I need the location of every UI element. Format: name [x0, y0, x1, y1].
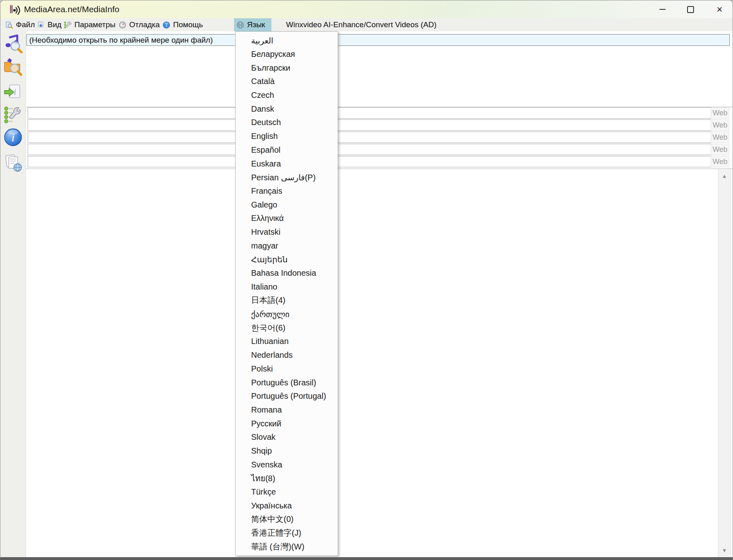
- wrench-list-icon: [64, 21, 72, 29]
- info-field-4[interactable]: [28, 144, 712, 155]
- menu-file-label: Файл: [16, 20, 35, 29]
- language-menu: العربيةБеларускаяБългарскиCatalàCzechDan…: [235, 31, 338, 556]
- menu-winxvideo-ad[interactable]: Winxvideo AI-Enhance/Convert Videos (AD): [284, 18, 439, 31]
- menu-help[interactable]: i Помощь: [160, 18, 205, 31]
- menu-file[interactable]: Файл: [3, 18, 37, 31]
- preferences-icon: [3, 105, 23, 125]
- language-menu-item[interactable]: Galego: [236, 198, 338, 212]
- web-button-4[interactable]: Web: [711, 144, 729, 155]
- toolbar: i: [0, 31, 26, 558]
- language-menu-item[interactable]: Polski: [236, 362, 338, 376]
- language-menu-item[interactable]: Lithuanian: [236, 335, 338, 348]
- language-menu-item[interactable]: Español: [236, 143, 338, 157]
- language-menu-item[interactable]: Slovak: [236, 430, 338, 444]
- language-menu-item[interactable]: Català: [236, 75, 338, 89]
- language-menu-item[interactable]: Ελληνικά: [236, 212, 338, 225]
- svg-text:i: i: [166, 22, 167, 28]
- language-menu-item[interactable]: Bahasa Indonesia: [236, 266, 338, 280]
- info-circle-icon: i: [163, 21, 170, 29]
- language-menu-item[interactable]: Беларуская: [236, 48, 338, 61]
- language-menu-item[interactable]: 香港正體字(J): [236, 526, 338, 540]
- info-panel: [26, 169, 733, 557]
- svg-text:i: i: [11, 131, 15, 144]
- web-button-2[interactable]: Web: [711, 119, 729, 131]
- info-field-5[interactable]: [28, 156, 712, 167]
- language-menu-item[interactable]: Українська: [236, 499, 338, 512]
- language-menu-item[interactable]: Deutsch: [236, 116, 338, 130]
- info-field-2[interactable]: [28, 119, 712, 131]
- preferences-button[interactable]: [3, 105, 23, 125]
- language-menu-item[interactable]: Persian فارسی(P): [236, 171, 338, 184]
- language-menu-item[interactable]: Български: [236, 61, 338, 75]
- language-menu-item[interactable]: English: [236, 130, 338, 143]
- minimize-button[interactable]: [654, 2, 671, 16]
- globe-icon: [236, 21, 244, 29]
- web-button-1[interactable]: Web: [711, 107, 729, 119]
- export-info-button[interactable]: i: [3, 82, 23, 102]
- language-menu-item[interactable]: 한국어(6): [236, 321, 338, 335]
- menu-view[interactable]: Вид: [35, 18, 64, 31]
- view-icon: [37, 21, 45, 29]
- web-button-3[interactable]: Web: [711, 132, 729, 143]
- language-menu-item[interactable]: Italiano: [236, 280, 338, 294]
- maximize-icon: [687, 6, 694, 13]
- open-folder-button[interactable]: [3, 56, 23, 76]
- close-button[interactable]: ✕: [711, 2, 728, 16]
- language-menu-item[interactable]: Romana: [236, 403, 338, 417]
- window-title: MediaArea.net/MediaInfo: [24, 0, 119, 18]
- about-icon: i: [3, 128, 23, 147]
- language-menu-item[interactable]: Português (Portugal): [236, 389, 338, 403]
- mediainfo-window: MediaArea.net/MediaInfo ✕ Файл Вид Парам…: [0, 0, 733, 560]
- vertical-scrollbar[interactable]: ▲ ▼: [718, 169, 731, 557]
- menu-options-label: Параметры: [74, 20, 115, 29]
- language-menu-item[interactable]: Shqip: [236, 444, 338, 458]
- info-field-3[interactable]: [28, 132, 712, 143]
- language-menu-item[interactable]: Euskara: [236, 157, 338, 171]
- language-menu-item[interactable]: Русский: [236, 417, 338, 430]
- language-menu-item[interactable]: Հայերեն: [236, 253, 338, 266]
- language-menu-item[interactable]: Français: [236, 184, 338, 198]
- about-button[interactable]: i: [3, 128, 23, 147]
- language-menu-item[interactable]: 日本語(4): [236, 294, 338, 307]
- language-menu-item[interactable]: Nederlands: [236, 348, 338, 362]
- content-area: (Необходимо открыть по крайней мере один…: [26, 31, 733, 557]
- web-report-icon: [3, 153, 23, 173]
- web-report-button[interactable]: [3, 153, 23, 173]
- language-menu-item[interactable]: Türkçe: [236, 485, 338, 499]
- info-field-1[interactable]: [28, 107, 712, 119]
- open-file-icon: [3, 34, 23, 53]
- web-button-5[interactable]: Web: [711, 156, 729, 167]
- menu-options[interactable]: Параметры: [61, 18, 118, 31]
- language-menu-item[interactable]: 简体中文(0): [236, 512, 338, 526]
- menu-language[interactable]: Язык: [234, 18, 271, 31]
- open-folder-icon: [3, 56, 23, 76]
- gauge-icon: [119, 21, 126, 29]
- menu-language-label: Язык: [247, 20, 265, 29]
- file-search-icon: [5, 21, 13, 29]
- menu-debug[interactable]: Отладка: [116, 18, 162, 31]
- maximize-button[interactable]: [682, 2, 699, 16]
- menubar: Файл Вид Параметры Отладка i Помощь Язык…: [0, 18, 733, 31]
- close-icon: ✕: [716, 6, 723, 13]
- menu-winxvideo-ad-label: Winxvideo AI-Enhance/Convert Videos (AD): [286, 20, 436, 29]
- titlebar: MediaArea.net/MediaInfo ✕: [0, 0, 733, 18]
- language-menu-item[interactable]: Svenska: [236, 458, 338, 471]
- export-info-icon: i: [3, 82, 23, 102]
- language-menu-item[interactable]: Dansk: [236, 102, 338, 116]
- open-file-button[interactable]: [3, 34, 23, 53]
- language-menu-item[interactable]: Czech: [236, 89, 338, 102]
- notice-field[interactable]: (Необходимо открыть по крайней мере один…: [26, 34, 730, 46]
- scroll-up-icon[interactable]: ▲: [718, 171, 731, 181]
- menu-debug-label: Отладка: [129, 20, 160, 29]
- language-menu-item[interactable]: Português (Brasil): [236, 376, 338, 389]
- language-menu-item[interactable]: 華語 (台灣)(W): [236, 540, 338, 554]
- language-menu-item[interactable]: Hrvatski: [236, 225, 338, 239]
- language-menu-item[interactable]: ไทย(8): [236, 471, 338, 485]
- language-menu-item[interactable]: magyar: [236, 239, 338, 253]
- language-menu-item[interactable]: العربية: [236, 34, 338, 48]
- language-menu-list: العربيةБеларускаяБългарскиCatalàCzechDan…: [236, 32, 338, 556]
- minimize-icon: [659, 9, 666, 10]
- menu-help-label: Помощь: [173, 20, 203, 29]
- language-menu-item[interactable]: ქართული: [236, 307, 338, 321]
- scroll-down-icon[interactable]: ▼: [718, 545, 731, 556]
